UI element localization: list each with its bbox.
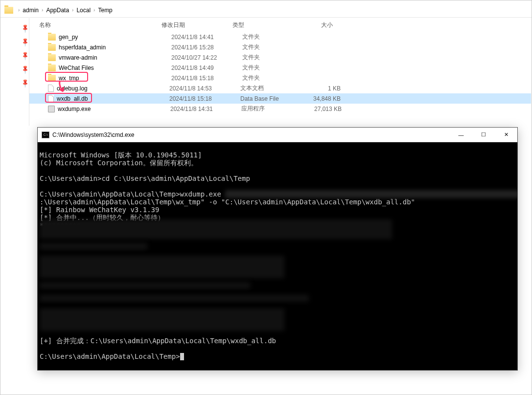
file-icon [48, 85, 54, 92]
file-date: 2024/11/8 15:18 [169, 95, 240, 102]
table-row[interactable]: WeChat Files 2024/11/8 14:49 文件夹 [29, 63, 531, 73]
file-name: WeChat Files [59, 65, 171, 71]
terminal-line: C:\Users\admin>cd C:\Users\admin\AppData… [40, 175, 250, 182]
table-row[interactable]: wx_tmp 2024/11/8 15:18 文件夹 [29, 73, 531, 83]
file-date: 2024/11/8 14:53 [169, 85, 240, 92]
file-name: wxdb_all.db [57, 95, 169, 102]
terminal-line: (c) Microsoft Corporation。保留所有权利。 [40, 159, 198, 167]
file-date: 2024/11/8 14:41 [171, 34, 242, 41]
table-row[interactable]: wxdump.exe 2024/11/8 14:31 应用程序 27,013 K… [29, 104, 531, 114]
pin-icon: 📌 [20, 51, 30, 61]
table-row[interactable]: wxdb_all.db 2024/11/8 15:18 Data Base Fi… [29, 93, 531, 104]
file-size: 27,013 KB [298, 106, 342, 112]
redacted-text: XXXXXXXXXXXXXXXXXXXXXXXXXXXXXXXXXXXXXXXX… [225, 190, 517, 198]
file-type: 文本文档 [240, 84, 297, 92]
table-row[interactable]: gen_py 2024/11/8 14:41 文件夹 [29, 32, 531, 42]
folder-icon [48, 44, 56, 51]
file-name: hsperfdata_admin [59, 44, 171, 51]
file-icon [48, 95, 54, 102]
app-icon [48, 106, 55, 112]
file-date: 2024/11/8 14:31 [170, 106, 241, 112]
redacted-block [40, 243, 147, 250]
chevron-right-icon: › [72, 7, 73, 13]
breadcrumb[interactable]: › admin › AppData › Local › Temp [0, 3, 532, 18]
col-type[interactable]: 类型 [232, 21, 289, 29]
file-name: wxdump.exe [58, 106, 170, 112]
folder-icon [48, 75, 56, 82]
close-button[interactable]: ✕ [495, 128, 517, 142]
folder-icon [48, 54, 56, 61]
col-size[interactable]: 大小 [289, 21, 333, 29]
terminal-line: Microsoft Windows [版本 10.0.19045.5011] [40, 151, 202, 159]
terminal-line: [+] 合并完成：C:\Users\admin\AppData\Local\Te… [40, 337, 276, 345]
chevron-right-icon: › [93, 7, 95, 13]
maximize-button[interactable]: ☐ [472, 128, 495, 142]
crumb-admin[interactable]: admin [23, 7, 39, 14]
pin-icon: 📌 [20, 65, 30, 75]
file-type: 应用程序 [241, 105, 298, 113]
file-name: gen_py [59, 34, 171, 41]
file-size: 34,848 KB [297, 95, 341, 102]
chevron-right-icon: › [18, 7, 20, 13]
crumb-appdata[interactable]: AppData [46, 7, 69, 14]
terminal-line: C:\Users\admin\AppData\Local\Temp>wxdump… [40, 190, 225, 198]
sidebar: 📌 📌 📌 📌 📌 [1, 18, 29, 126]
file-date: 2024/11/8 15:18 [171, 75, 242, 82]
pin-icon: 📌 [20, 37, 30, 47]
file-type: 文件夹 [242, 43, 299, 51]
folder-icon [4, 7, 13, 14]
redacted-block [40, 219, 392, 239]
pin-icon: 📌 [20, 78, 30, 88]
window-title: C:\Windows\system32\cmd.exe [52, 132, 450, 138]
file-type: 文件夹 [242, 74, 299, 82]
table-row[interactable]: hsperfdata_admin 2024/11/6 15:28 文件夹 [29, 42, 531, 52]
terminal-line: :\Users\admin\AppData\Local\Temp\wx_tmp"… [40, 198, 415, 206]
folder-icon [48, 65, 56, 71]
cmd-icon: C:\ [42, 132, 49, 138]
file-date: 2024/10/27 14:22 [171, 54, 242, 61]
redacted-block [40, 256, 284, 278]
col-date[interactable]: 修改日期 [162, 21, 232, 29]
cursor [180, 353, 184, 360]
pin-icon: 📌 [20, 23, 30, 34]
file-type: 文件夹 [242, 64, 299, 72]
file-name: o debug.log [57, 85, 169, 92]
col-name[interactable]: 名称 [39, 21, 162, 29]
file-name: wx_tmp [59, 75, 171, 82]
file-type: Data Base File [240, 95, 297, 102]
file-type: 文件夹 [242, 33, 299, 41]
folder-icon [48, 34, 56, 41]
redacted-block [40, 295, 309, 302]
minimize-button[interactable]: — [450, 128, 472, 142]
terminal-line: [*] Rainbow WeChatKey v3.1.39 [40, 206, 159, 214]
file-type: 文件夹 [242, 53, 299, 62]
crumb-local[interactable]: Local [76, 7, 91, 14]
terminal-prompt: C:\Users\admin\AppData\Local\Temp> [40, 352, 180, 360]
table-row[interactable]: vmware-admin 2024/10/27 14:22 文件夹 [29, 52, 531, 63]
file-date: 2024/11/6 15:28 [171, 44, 242, 51]
redacted-block [40, 282, 250, 289]
column-headers[interactable]: 名称 修改日期 类型 大小 [29, 18, 531, 32]
chevron-right-icon: › [42, 7, 43, 13]
file-size: 1 KB [297, 85, 341, 92]
table-row[interactable]: o debug.log 2024/11/8 14:53 文本文档 1 KB [29, 83, 531, 93]
crumb-temp[interactable]: Temp [98, 7, 112, 14]
terminal-output[interactable]: Microsoft Windows [版本 10.0.19045.5011] (… [38, 142, 517, 370]
file-date: 2024/11/8 14:49 [171, 65, 242, 71]
cmd-window: C:\ C:\Windows\system32\cmd.exe — ☐ ✕ Mi… [37, 127, 518, 371]
redacted-block [40, 308, 284, 331]
cmd-titlebar[interactable]: C:\ C:\Windows\system32\cmd.exe — ☐ ✕ [38, 128, 517, 142]
file-name: vmware-admin [59, 54, 171, 61]
